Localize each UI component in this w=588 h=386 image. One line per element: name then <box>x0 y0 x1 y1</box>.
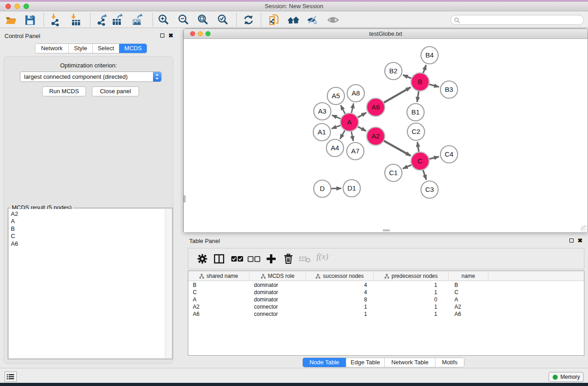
table-cell[interactable]: 1 <box>374 289 449 296</box>
table-cell[interactable]: A6 <box>449 311 488 318</box>
table-cell[interactable]: 4 <box>306 282 374 289</box>
table-row[interactable]: Bdominator41B <box>188 282 584 289</box>
delete-column-icon[interactable] <box>282 253 294 267</box>
tab-style[interactable]: Style <box>68 44 92 53</box>
table-cell[interactable]: A6 <box>188 311 249 318</box>
column-view-icon[interactable] <box>213 253 225 267</box>
deselect-all-icon[interactable] <box>247 253 261 267</box>
memory-button[interactable]: Memory <box>549 372 583 382</box>
export-network-icon[interactable] <box>96 14 108 26</box>
tab-node-table[interactable]: Node Table <box>303 358 346 367</box>
zoom-out-icon[interactable] <box>177 14 190 26</box>
tab-network[interactable]: Network <box>35 44 68 53</box>
table-cell[interactable]: 1 <box>306 311 374 318</box>
column-header-shared-name[interactable]: shared name <box>188 271 249 281</box>
table-row[interactable]: Cdominator41C <box>188 289 584 296</box>
table-cell[interactable]: 1 <box>374 304 449 311</box>
import-table-icon[interactable] <box>69 14 81 26</box>
mcds-result-scrollbar[interactable] <box>165 209 172 358</box>
mcds-result-item[interactable]: A6 <box>11 240 166 248</box>
float-panel-icon[interactable] <box>160 33 164 38</box>
function-builder-icon[interactable]: f(x) <box>316 252 328 262</box>
horizontal-scrollbar-thumb[interactable] <box>383 229 390 231</box>
mcds-result-item[interactable]: B <box>11 225 166 233</box>
criterion-dropdown[interactable]: largest connected component (directed) <box>20 71 162 82</box>
gear-icon[interactable] <box>196 253 208 267</box>
mcds-panel: Optimization criterion: largest connecte… <box>4 56 173 364</box>
app-titlebar[interactable]: Session: New Session <box>0 2 588 11</box>
refresh-layout-icon[interactable] <box>242 14 255 26</box>
export-image-icon[interactable] <box>131 14 144 26</box>
minimize-window-icon[interactable] <box>14 4 20 9</box>
close-panel-icon[interactable]: ✖ <box>578 238 583 243</box>
float-panel-icon[interactable] <box>569 238 574 243</box>
minimize-window-icon[interactable] <box>198 31 203 36</box>
table-cell[interactable]: dominator <box>249 289 306 296</box>
import-network-icon[interactable] <box>49 14 62 26</box>
zoom-in-icon[interactable] <box>158 14 170 26</box>
save-session-icon[interactable] <box>24 14 36 26</box>
close-window-icon[interactable] <box>5 4 11 9</box>
table-cell[interactable]: A <box>188 296 249 304</box>
network-canvas[interactable]: B4B2BB3A5A8A6B1A3AC2A1A2A4A7C4CC1C3DD1 <box>184 39 588 232</box>
network-window-titlebar[interactable]: testGlobe.txt <box>184 29 588 39</box>
table-row[interactable]: A2connector11A2 <box>188 304 584 311</box>
tab-edge-table[interactable]: Edge Table <box>346 358 384 367</box>
mcds-result-item[interactable]: C <box>11 233 166 240</box>
column-header-name[interactable]: name <box>449 271 488 281</box>
open-file-icon[interactable] <box>5 14 17 26</box>
export-table-icon[interactable] <box>111 14 124 26</box>
select-all-icon[interactable] <box>230 253 244 267</box>
table-cell[interactable]: B <box>449 282 488 289</box>
table-row[interactable]: A6connector11A6 <box>188 311 584 318</box>
table-cell[interactable]: 0 <box>374 296 449 304</box>
delete-table-icon[interactable] <box>298 253 312 267</box>
table-cell[interactable]: 1 <box>374 311 449 318</box>
table-cell[interactable]: A2 <box>449 304 488 311</box>
table-cell[interactable]: dominator <box>249 296 306 304</box>
tab-mcds[interactable]: MCDS <box>119 44 147 53</box>
graph-node-label: A4 <box>331 144 339 152</box>
table-cell[interactable]: 1 <box>306 304 374 311</box>
close-window-icon[interactable] <box>190 31 195 36</box>
table-cell[interactable]: 8 <box>306 296 374 304</box>
add-column-icon[interactable] <box>265 253 277 267</box>
run-mcds-button[interactable]: Run MCDS <box>42 86 86 96</box>
table-cell[interactable]: 1 <box>374 282 449 289</box>
vertical-scrollbar-thumb[interactable] <box>184 195 186 202</box>
mcds-result-item[interactable]: A <box>11 218 166 225</box>
table-cell[interactable]: C <box>449 289 488 296</box>
clone-network-icon[interactable] <box>268 14 281 26</box>
mcds-result-list[interactable]: A2ABCA6 <box>9 209 166 358</box>
table-cell[interactable]: A <box>449 296 488 304</box>
table-row[interactable]: Adominator80A <box>188 296 584 304</box>
table-cell[interactable]: connector <box>249 311 306 318</box>
maximize-window-icon[interactable] <box>206 31 210 36</box>
column-header-MCDS-role[interactable]: MCDS role <box>249 271 306 281</box>
table-cell[interactable]: 4 <box>306 289 374 296</box>
tab-network-table[interactable]: Network Table <box>384 358 435 367</box>
tab-motifs[interactable]: Motifs <box>435 358 464 367</box>
zoom-fit-icon[interactable] <box>197 14 210 26</box>
search-field[interactable] <box>462 16 580 24</box>
table-cell[interactable]: B <box>188 282 249 289</box>
maximize-window-icon[interactable] <box>24 4 29 9</box>
table-cell[interactable]: C <box>188 289 249 296</box>
resize-grip-icon[interactable] <box>581 225 587 232</box>
close-panel-icon[interactable]: ✖ <box>168 33 173 38</box>
tab-select[interactable]: Select <box>92 44 119 53</box>
zoom-selected-icon[interactable] <box>217 14 229 26</box>
table-cell[interactable]: connector <box>249 304 306 311</box>
close-panel-button[interactable]: Close panel <box>92 86 139 96</box>
search-input[interactable] <box>450 15 584 25</box>
show-graphics-icon[interactable] <box>327 14 339 26</box>
column-header-predecessor-nodes[interactable]: predecessor nodes <box>374 271 449 281</box>
table-cell[interactable]: A2 <box>188 304 249 311</box>
home-view-icon[interactable] <box>287 14 300 26</box>
column-header-successor-nodes[interactable]: successor nodes <box>306 271 374 281</box>
hide-style-icon[interactable] <box>306 14 319 26</box>
task-history-button[interactable] <box>5 372 17 382</box>
mcds-result-item[interactable]: A2 <box>11 210 166 218</box>
table-tabs: Node Table Edge Table Network Table Moti… <box>302 357 464 367</box>
table-cell[interactable]: dominator <box>249 282 306 289</box>
